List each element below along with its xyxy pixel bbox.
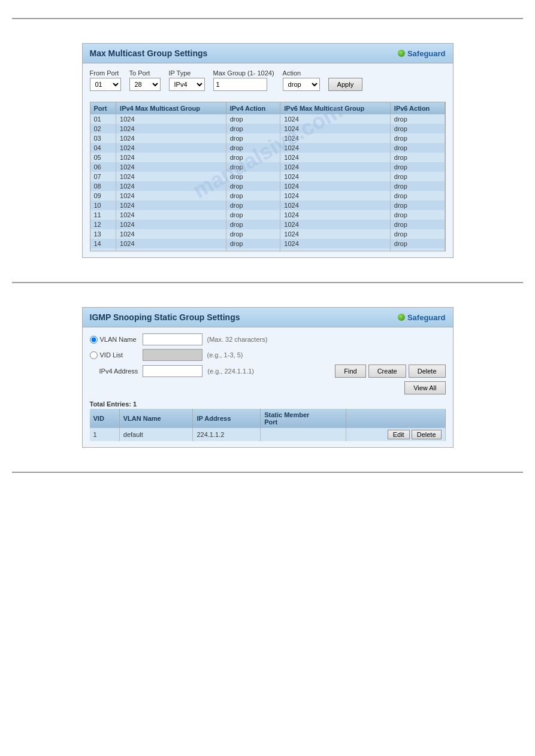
table-cell: drop <box>390 124 445 133</box>
vlan-name-row: VLAN Name (Max. 32 characters) <box>90 333 446 345</box>
igmp-table: VID VLAN Name IP Address Static MemberPo… <box>90 409 446 441</box>
table-cell: drop <box>390 172 445 181</box>
ipv4-address-hint: (e.g., 224.1.1.1) <box>207 368 254 375</box>
table-cell: drop <box>390 210 445 220</box>
to-port-group: To Port 28 <box>129 69 161 91</box>
apply-button[interactable]: Apply <box>328 78 363 91</box>
action-group: Action drop forward <box>283 69 320 91</box>
table-cell: 07 <box>90 172 116 181</box>
ipv4-address-row: IPv4 Address (e.g., 224.1.1.1) Find Crea… <box>90 365 446 378</box>
table-row: 071024drop1024drop <box>90 172 445 181</box>
table-cell: 09 <box>90 191 116 201</box>
safeguard-text-2: Safeguard <box>407 313 446 322</box>
max-group-input[interactable] <box>213 78 267 91</box>
table-cell: drop <box>226 143 280 153</box>
ip-type-select[interactable]: IPv4 IPv6 <box>169 78 205 91</box>
table-cell: 14 <box>90 239 116 248</box>
panel2-title: IGMP Snooping Static Group Settings <box>90 312 240 322</box>
vlan-name-input[interactable] <box>143 333 202 345</box>
igmp-header-row: VID VLAN Name IP Address Static MemberPo… <box>90 409 446 428</box>
panel1-table-wrapper: Port IPv4 Max Multicast Group IPv4 Actio… <box>90 102 446 251</box>
igmp-buttons: Find Create Delete <box>335 365 445 378</box>
table-cell: drop <box>226 133 280 143</box>
table-row: 031024drop1024drop <box>90 133 445 143</box>
create-button[interactable]: Create <box>368 365 406 378</box>
vlan-name-label: VLAN Name <box>100 336 137 343</box>
action-select[interactable]: drop forward <box>283 78 320 91</box>
vlan-name-radio[interactable] <box>90 336 98 344</box>
table-cell: drop <box>390 201 445 210</box>
vid-list-radio[interactable] <box>90 351 98 359</box>
table-cell: drop <box>390 191 445 201</box>
table-cell: drop <box>226 162 280 172</box>
igmp-cell-vid: 1 <box>90 428 120 441</box>
table-cell: 1024 <box>116 124 226 133</box>
table-cell: 1024 <box>280 248 391 251</box>
table-cell: 1024 <box>280 210 391 220</box>
vlan-name-hint: (Max. 32 characters) <box>207 336 268 343</box>
table-cell: 1024 <box>280 201 391 210</box>
delete-button[interactable]: Delete <box>409 365 446 378</box>
vid-list-row: VID List (e.g., 1-3, 5) <box>90 349 446 361</box>
to-port-select[interactable]: 28 <box>129 78 161 91</box>
table-row: 061024drop1024drop <box>90 162 445 172</box>
spacer1 <box>90 97 446 102</box>
igmp-panel: IGMP Snooping Static Group Settings Safe… <box>82 307 454 448</box>
view-all-row: View All <box>90 381 446 394</box>
igmp-cell-actions: Edit Delete <box>346 428 445 441</box>
table-cell: 1024 <box>280 220 391 229</box>
igmp-delete-button[interactable]: Delete <box>412 430 442 439</box>
table-cell: drop <box>390 248 445 251</box>
view-all-button[interactable]: View All <box>404 381 445 394</box>
table-cell: drop <box>390 181 445 191</box>
max-group-group: Max Group (1- 1024) <box>213 69 274 91</box>
ipv4-address-label: IPv4 Address <box>90 368 138 375</box>
igmp-table-body: 1default224.1.1.2Edit Delete <box>90 428 446 441</box>
find-button[interactable]: Find <box>335 365 365 378</box>
col-ipv4-max: IPv4 Max Multicast Group <box>116 102 226 114</box>
igmp-form: VLAN Name (Max. 32 characters) VID List … <box>90 333 446 394</box>
vlan-name-radio-label[interactable]: VLAN Name <box>90 336 138 344</box>
table-cell: drop <box>390 229 445 239</box>
panel1-header: Max Multicast Group Settings Safeguard <box>83 44 453 63</box>
table-cell: drop <box>390 220 445 229</box>
to-port-label: To Port <box>129 69 161 77</box>
table-cell: drop <box>226 124 280 133</box>
igmp-edit-button[interactable]: Edit <box>388 430 410 439</box>
col-ipv4-action: IPv4 Action <box>226 102 280 114</box>
table-row: 041024drop1024drop <box>90 143 445 153</box>
table-cell: drop <box>226 229 280 239</box>
table-cell: drop <box>226 220 280 229</box>
table-cell: 1024 <box>280 229 391 239</box>
table-row: 081024drop1024drop <box>90 181 445 191</box>
panel1-body: From Port 01 To Port 28 IP Type IPv4 IPv… <box>83 63 453 257</box>
vid-list-input[interactable] <box>143 349 202 361</box>
panel2-header: IGMP Snooping Static Group Settings Safe… <box>83 308 453 327</box>
igmp-col-static-member: Static MemberPort <box>261 409 346 428</box>
table-cell: 1024 <box>116 248 226 251</box>
table-cell: drop <box>390 114 445 124</box>
igmp-cell-member <box>261 428 346 441</box>
table1-body: 011024drop1024drop021024drop1024drop0310… <box>90 114 445 251</box>
max-multicast-panel: Max Multicast Group Settings Safeguard F… <box>82 43 454 258</box>
panel1-form-row: From Port 01 To Port 28 IP Type IPv4 IPv… <box>90 69 446 91</box>
table-cell: 01 <box>90 114 116 124</box>
table-cell: 11 <box>90 210 116 220</box>
ipv4-address-input[interactable] <box>143 365 202 377</box>
table-row: 051024drop1024drop <box>90 153 445 162</box>
table-cell: 05 <box>90 153 116 162</box>
from-port-select[interactable]: 01 <box>90 78 121 91</box>
bottom-divider <box>12 472 523 473</box>
table-cell: 06 <box>90 162 116 172</box>
middle-divider <box>12 282 523 283</box>
table-cell: 15 <box>90 248 116 251</box>
safeguard-dot-1 <box>398 50 405 57</box>
table-cell: drop <box>226 239 280 248</box>
vid-list-radio-label[interactable]: VID List <box>90 351 138 359</box>
table-cell: 10 <box>90 201 116 210</box>
table-cell: 1024 <box>116 201 226 210</box>
vid-list-hint: (e.g., 1-3, 5) <box>207 351 243 359</box>
table-cell: 03 <box>90 133 116 143</box>
table-cell: 1024 <box>116 220 226 229</box>
table-cell: 1024 <box>116 114 226 124</box>
